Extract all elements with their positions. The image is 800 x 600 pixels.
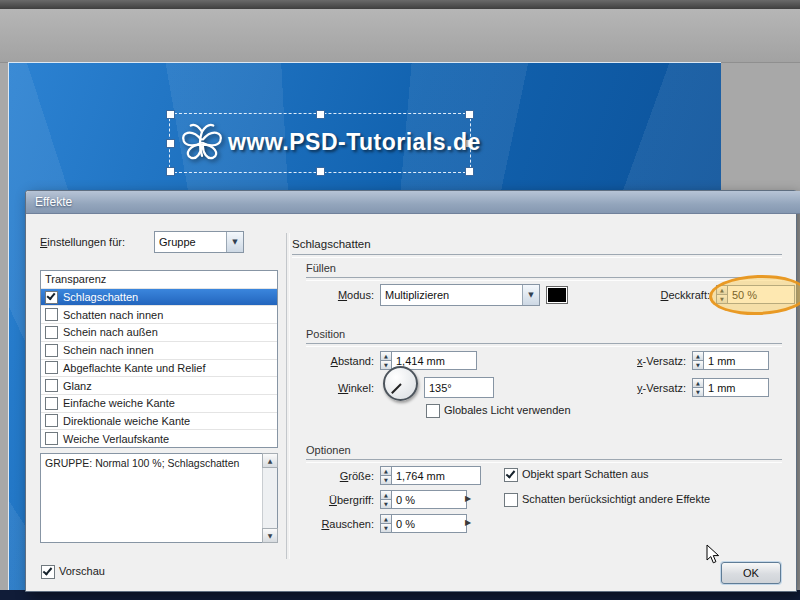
knockout-shadow-label: Objekt spart Schatten aus — [522, 467, 649, 481]
spread-label: Übergriff: — [266, 493, 374, 507]
size-label: Größe: — [266, 469, 374, 483]
spread-flyout-icon[interactable]: ▶ — [465, 494, 471, 503]
effect-checkbox[interactable] — [45, 432, 58, 445]
global-light-checkbox[interactable] — [426, 404, 440, 418]
list-item-direktionale-weiche-kante[interactable]: Direktionale weiche Kante — [41, 413, 277, 431]
settings-for-label: Einstellungen für: — [40, 235, 152, 249]
shadow-color-swatch[interactable] — [546, 286, 568, 304]
application-toolbar-area — [0, 9, 800, 63]
honor-effects-checkbox[interactable] — [504, 493, 518, 507]
y-offset-spinner: ▲ ▼ — [692, 378, 704, 397]
x-offset-label: x-Versatz: — [578, 354, 686, 368]
spinner-down-icon[interactable]: ▼ — [692, 361, 704, 370]
effects-list: Transparenz Schlagschatten Schatten nach… — [40, 270, 278, 448]
selected-text-frame[interactable]: www.PSD-Tutorials.de — [169, 113, 471, 173]
honor-effects-label: Schatten berücksichtigt andere Effekte — [522, 492, 710, 506]
list-item-abgeflachte-kante[interactable]: Abgeflachte Kante und Relief — [41, 360, 277, 378]
spinner-up-icon[interactable]: ▲ — [380, 466, 392, 476]
noise-label: Rauschen: — [266, 517, 374, 531]
size-field[interactable]: 1,764 mm — [392, 466, 481, 485]
dialog-title: Effekte — [35, 195, 72, 209]
effect-checkbox[interactable] — [45, 397, 58, 410]
spread-spinner: ▲ ▼ — [380, 490, 392, 509]
list-item-einfache-weiche-kante[interactable]: Einfache weiche Kante — [41, 395, 277, 413]
list-item-schein-nach-aussen[interactable]: Schein nach außen — [41, 324, 277, 342]
effect-summary-box: GRUPPE: Normal 100 %; Schlagschatten ▲ ▼ — [40, 453, 278, 543]
distance-label: Abstand: — [266, 354, 374, 368]
effect-checkbox[interactable] — [45, 361, 58, 374]
blend-mode-value: Multiplizieren — [381, 285, 522, 305]
selection-handle[interactable] — [316, 167, 325, 176]
ok-button[interactable]: OK — [721, 562, 781, 584]
scroll-up-icon[interactable]: ▲ — [262, 453, 278, 468]
settings-for-value: Gruppe — [155, 232, 226, 252]
logo-text: www.PSD-Tutorials.de — [228, 129, 468, 156]
opacity-field[interactable]: 50 % — [728, 285, 795, 304]
spinner-up-icon[interactable]: ▲ — [380, 351, 392, 361]
list-item-schein-nach-innen[interactable]: Schein nach innen — [41, 342, 277, 360]
spinner-down-icon[interactable]: ▼ — [692, 388, 704, 397]
preview-checkbox[interactable] — [41, 565, 55, 579]
effect-checkbox[interactable] — [45, 326, 58, 339]
effect-checkbox[interactable] — [45, 379, 58, 392]
list-header-transparenz[interactable]: Transparenz — [41, 271, 277, 289]
window-top-bar — [0, 0, 800, 9]
size-spinner: ▲ ▼ — [380, 466, 392, 485]
spinner-down-icon[interactable]: ▼ — [716, 295, 728, 304]
noise-spinner: ▲ ▼ — [380, 514, 392, 533]
chevron-down-icon[interactable]: ▼ — [226, 232, 243, 252]
angle-dial-needle — [391, 383, 402, 394]
settings-for-dropdown[interactable]: Gruppe ▼ — [154, 231, 244, 253]
spinner-up-icon[interactable]: ▲ — [692, 351, 704, 361]
spread-field-group: ▲ ▼ 0 % — [380, 490, 467, 509]
global-light-label: Globales Licht verwenden — [444, 403, 571, 417]
noise-flyout-icon[interactable]: ▶ — [465, 518, 471, 527]
y-offset-label: y-Versatz: — [578, 381, 686, 395]
opacity-field-group: ▲ ▼ 50 % — [716, 285, 795, 304]
spinner-up-icon[interactable]: ▲ — [380, 490, 392, 500]
spinner-up-icon[interactable]: ▲ — [380, 514, 392, 524]
selection-handle[interactable] — [465, 110, 474, 119]
effect-checkbox[interactable] — [45, 414, 58, 427]
noise-field[interactable]: 0 % — [392, 514, 467, 533]
section-position-label: Position — [306, 327, 345, 341]
size-field-group: ▲ ▼ 1,764 mm — [380, 466, 481, 485]
section-optionen-rule — [306, 459, 782, 463]
effect-summary-text: GRUPPE: Normal 100 %; Schlagschatten — [45, 457, 260, 470]
list-item-schlagschatten[interactable]: Schlagschatten — [41, 289, 277, 307]
spinner-up-icon[interactable]: ▲ — [692, 378, 704, 388]
selection-handle[interactable] — [166, 167, 175, 176]
spread-field[interactable]: 0 % — [392, 490, 467, 509]
selection-handle[interactable] — [465, 167, 474, 176]
y-offset-field[interactable]: 1 mm — [704, 378, 769, 397]
spinner-up-icon[interactable]: ▲ — [716, 285, 728, 295]
spinner-down-icon[interactable]: ▼ — [380, 476, 392, 485]
list-item-glanz[interactable]: Glanz — [41, 377, 277, 395]
list-item-weiche-verlaufskante[interactable]: Weiche Verlaufskante — [41, 430, 277, 447]
x-offset-spinner: ▲ ▼ — [692, 351, 704, 370]
panel-title-rule — [292, 254, 782, 258]
spinner-down-icon[interactable]: ▼ — [380, 524, 392, 533]
x-offset-field[interactable]: 1 mm — [704, 351, 769, 370]
butterfly-logo-icon — [176, 117, 228, 167]
selection-handle[interactable] — [316, 110, 325, 119]
angle-field[interactable]: 135° — [424, 377, 494, 398]
knockout-shadow-checkbox[interactable] — [504, 468, 518, 482]
section-fuellen-rule — [306, 277, 782, 281]
angle-dial[interactable] — [383, 366, 418, 401]
chevron-down-icon[interactable]: ▼ — [522, 285, 539, 305]
x-offset-field-group: ▲ ▼ 1 mm — [692, 351, 769, 370]
mouse-cursor — [706, 544, 720, 565]
dialog-titlebar[interactable]: Effekte — [26, 191, 800, 214]
blend-mode-label: Modus: — [266, 288, 374, 302]
noise-field-group: ▲ ▼ 0 % — [380, 514, 467, 533]
spinner-down-icon[interactable]: ▼ — [380, 500, 392, 509]
blend-mode-dropdown[interactable]: Multiplizieren ▼ — [380, 284, 540, 306]
selection-handle[interactable] — [166, 139, 175, 148]
panel-title: Schlagschatten — [292, 237, 371, 251]
list-item-schatten-nach-innen[interactable]: Schatten nach innen — [41, 306, 277, 324]
effect-checkbox[interactable] — [45, 291, 58, 304]
effect-checkbox[interactable] — [45, 308, 58, 321]
effect-checkbox[interactable] — [45, 344, 58, 357]
selection-handle[interactable] — [166, 110, 175, 119]
